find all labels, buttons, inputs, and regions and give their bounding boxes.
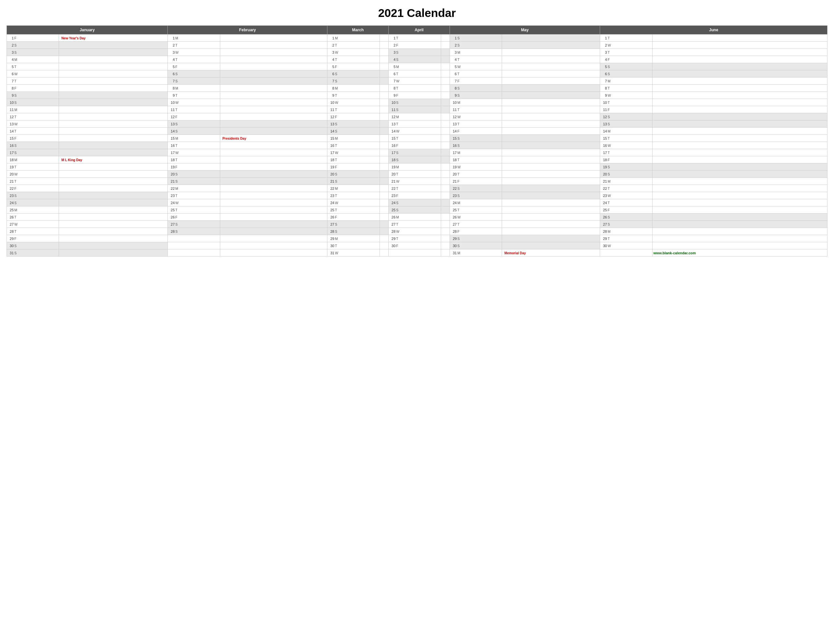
- day-num-cell: 10W: [168, 99, 220, 106]
- day-number: 1: [390, 36, 396, 40]
- day-number: 6: [601, 72, 607, 76]
- day-event-cell: [220, 235, 327, 242]
- day-letter: M: [396, 65, 401, 69]
- day-letter: T: [175, 208, 180, 212]
- day-num-cell: 18S: [389, 156, 441, 163]
- day-letter: F: [457, 129, 462, 133]
- day-event-cell: [441, 92, 449, 99]
- day-num-cell: 24W: [168, 199, 220, 207]
- day-letter: S: [608, 65, 612, 69]
- day-letter: T: [175, 94, 180, 97]
- day-number: 14: [390, 129, 396, 133]
- day-event-cell: [380, 121, 388, 128]
- day-letter: T: [608, 51, 612, 54]
- day-num-cell: 5T: [7, 63, 59, 70]
- day-event-cell: [652, 42, 827, 49]
- day-num-cell: 12F: [327, 113, 380, 121]
- day-event-cell: [59, 235, 168, 242]
- day-event-cell: [441, 106, 449, 113]
- table-row: 1FNew Year's Day1M1M1T1S1T: [7, 34, 828, 42]
- table-row: 4M4T4T4S4T4F: [7, 56, 828, 63]
- day-event-cell: [380, 34, 388, 42]
- day-event-cell: [220, 249, 327, 257]
- day-number: 17: [8, 151, 14, 155]
- day-number: 12: [328, 115, 334, 119]
- day-num-cell: 26M: [389, 213, 441, 221]
- day-letter: S: [457, 144, 462, 147]
- day-letter: M: [457, 201, 462, 205]
- day-event-cell: [652, 221, 827, 228]
- day-number: 7: [451, 79, 457, 83]
- day-event-cell: [652, 92, 827, 99]
- table-row: 10S10W10W10S10M10T: [7, 99, 828, 106]
- day-num-cell: 3W: [168, 49, 220, 56]
- website-footer: www.blank-calendar.com: [653, 251, 696, 255]
- day-number: 18: [451, 158, 457, 162]
- day-number: 10: [451, 101, 457, 105]
- day-num-cell: 12S: [600, 113, 652, 121]
- day-number: 11: [601, 108, 607, 112]
- day-num-cell: 2S: [449, 42, 502, 49]
- day-num-cell: 21S: [168, 178, 220, 185]
- day-number: 18: [169, 158, 175, 162]
- day-number: 27: [601, 223, 607, 226]
- table-row: 11M11T11T11S11T11F: [7, 106, 828, 113]
- day-num-cell: 29M: [327, 235, 380, 242]
- day-letter: T: [457, 108, 462, 112]
- day-num-cell: 28S: [327, 228, 380, 235]
- day-letter: W: [608, 94, 612, 97]
- day-letter: M: [175, 37, 180, 40]
- day-event-cell: [220, 242, 327, 249]
- day-num-cell: 10S: [389, 99, 441, 106]
- day-number: 25: [169, 208, 175, 212]
- day-event-cell: [441, 56, 449, 63]
- day-number: 18: [601, 158, 607, 162]
- header-march: March: [327, 26, 389, 34]
- day-event-cell: [502, 70, 600, 77]
- day-num-cell: 6W: [7, 70, 59, 77]
- day-event-cell: [652, 135, 827, 142]
- table-row: 18MM L King Day18T18T18S18T18F: [7, 156, 828, 163]
- table-row: 31S31W31MMemorial Daywww.blank-calendar.…: [7, 249, 828, 257]
- day-num-cell: 27S: [168, 221, 220, 228]
- day-number: 1: [169, 36, 175, 40]
- day-event-cell: [652, 163, 827, 171]
- day-event-cell: [652, 77, 827, 85]
- day-num-cell: 16F: [389, 142, 441, 149]
- day-number: 26: [8, 215, 14, 219]
- day-event-cell: [59, 49, 168, 56]
- day-num-cell: 1M: [327, 34, 380, 42]
- day-num-cell: 6T: [389, 70, 441, 77]
- day-number: 7: [8, 79, 14, 83]
- day-event-cell: [59, 171, 168, 178]
- day-letter: F: [15, 87, 19, 90]
- day-number: 2: [390, 43, 396, 47]
- day-event-cell: [59, 106, 168, 113]
- day-letter: T: [396, 87, 401, 90]
- day-event-cell: [502, 171, 600, 178]
- day-number: 19: [8, 165, 14, 169]
- day-number: 26: [169, 215, 175, 219]
- day-event-cell: [380, 242, 388, 249]
- day-num-cell: 8M: [327, 85, 380, 92]
- day-num-cell: 13T: [449, 121, 502, 128]
- day-event-cell: [652, 121, 827, 128]
- day-number: 21: [328, 179, 334, 183]
- day-event-cell: [652, 199, 827, 207]
- day-event-cell: [380, 199, 388, 207]
- day-num-cell: 16S: [449, 142, 502, 149]
- holiday-label: New Year's Day: [61, 37, 86, 40]
- day-letter: S: [457, 187, 462, 190]
- day-num-cell: 17T: [600, 149, 652, 156]
- table-row: 14T14S14S14W14F14M: [7, 128, 828, 135]
- day-num-cell: 30S: [7, 242, 59, 249]
- day-event-cell: [441, 85, 449, 92]
- day-num-cell: 19W: [449, 163, 502, 171]
- day-num-cell: 31M: [449, 249, 502, 257]
- day-event-cell: [59, 121, 168, 128]
- day-num-cell: 11M: [7, 106, 59, 113]
- day-number: 5: [451, 65, 457, 69]
- day-letter: S: [608, 115, 612, 119]
- day-letter: T: [608, 237, 612, 240]
- day-event-cell: [441, 77, 449, 85]
